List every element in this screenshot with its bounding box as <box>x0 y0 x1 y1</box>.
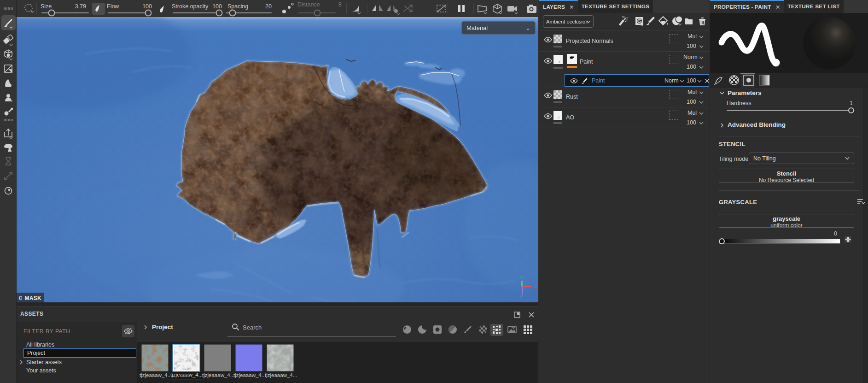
svg-text:Y: Y <box>520 276 524 281</box>
svg-text:20: 20 <box>265 3 272 10</box>
svg-text:100: 100 <box>142 3 152 10</box>
svg-text:3.79: 3.79 <box>75 3 86 10</box>
svg-text:100: 100 <box>212 3 222 10</box>
svg-text:Size: Size <box>41 3 52 10</box>
svg-text:8: 8 <box>338 1 342 8</box>
svg-text:Stroke opacity: Stroke opacity <box>172 3 209 10</box>
svg-text:Spacing: Spacing <box>227 3 248 10</box>
svg-text:Z: Z <box>520 294 523 298</box>
svg-text:X: X <box>534 284 537 289</box>
svg-text:Flow: Flow <box>107 3 119 10</box>
svg-text:Distance: Distance <box>297 1 320 8</box>
